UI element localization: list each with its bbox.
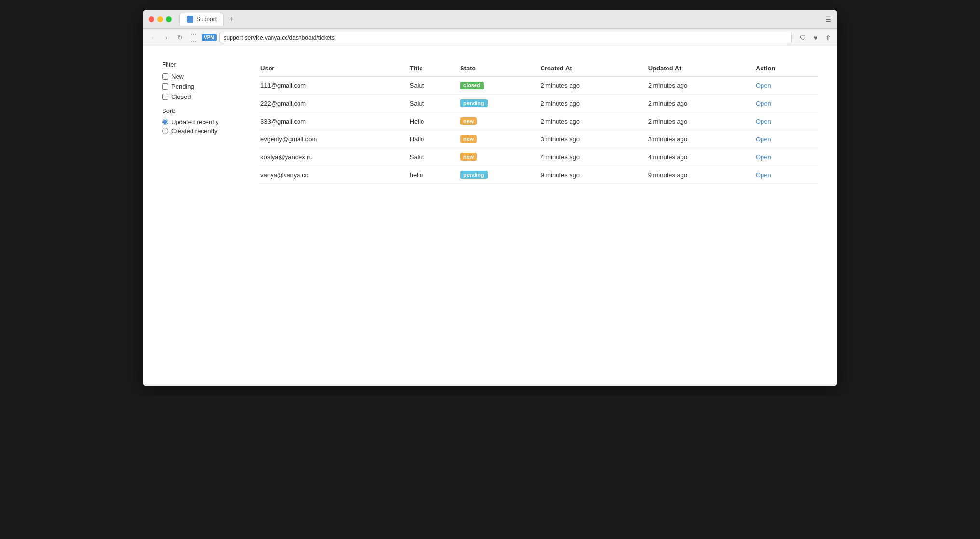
col-state: State [460, 61, 540, 76]
menu-icon[interactable]: ☰ [825, 15, 831, 23]
browser-window: Support + ☰ ‹ › ↻ ⋅⋅⋅⋅⋅⋅ VPN support-ser… [143, 10, 837, 386]
heart-icon: ♥ [811, 33, 820, 42]
cell-action: Open [756, 76, 818, 95]
filter-pending-label[interactable]: Pending [171, 83, 194, 90]
cell-action: Open [756, 166, 818, 184]
cell-action: Open [756, 148, 818, 166]
filter-new: New [162, 73, 259, 80]
cell-user: kostya@yandex.ru [259, 148, 410, 166]
cell-updated-at: 3 minutes ago [648, 130, 756, 148]
active-tab[interactable]: Support [179, 13, 224, 26]
cell-title: Salut [410, 148, 460, 166]
cell-created-at: 3 minutes ago [540, 130, 648, 148]
open-link[interactable]: Open [756, 82, 771, 89]
sort-updated-radio[interactable] [162, 119, 168, 125]
sort-label: Sort: [162, 107, 259, 114]
open-link[interactable]: Open [756, 153, 771, 161]
filter-closed: Closed [162, 93, 259, 100]
table-row: evgeniy@gmail.com Hallo new 3 minutes ag… [259, 130, 818, 148]
table-row: kostya@yandex.ru Salut new 4 minutes ago… [259, 148, 818, 166]
nav-bar: ‹ › ↻ ⋅⋅⋅⋅⋅⋅ VPN support-service.vanya.c… [143, 29, 837, 46]
title-bar: Support + ☰ [143, 10, 837, 29]
refresh-icon: ↻ [177, 34, 183, 41]
vpn-badge: VPN [202, 34, 217, 41]
cell-state: closed [460, 76, 540, 95]
cell-created-at: 2 minutes ago [540, 76, 648, 95]
cell-title: hello [410, 166, 460, 184]
back-button[interactable]: ‹ [148, 32, 158, 43]
cell-state: pending [460, 166, 540, 184]
table-container: User Title State Created At Updated At A… [259, 61, 818, 370]
tab-bar: Support + [179, 13, 821, 26]
filter-pending: Pending [162, 83, 259, 90]
sort-created-label[interactable]: Created recently [171, 127, 217, 135]
table-row: 333@gmail.com Hello new 2 minutes ago 2 … [259, 112, 818, 130]
open-link[interactable]: Open [756, 136, 771, 143]
cell-updated-at: 2 minutes ago [648, 95, 756, 112]
cell-created-at: 9 minutes ago [540, 166, 648, 184]
table-row: 222@gmail.com Salut pending 2 minutes ag… [259, 95, 818, 112]
cell-state: new [460, 112, 540, 130]
back-icon: ‹ [152, 34, 154, 41]
grid-icon: ⋅⋅⋅⋅⋅⋅ [191, 30, 196, 45]
open-link[interactable]: Open [756, 118, 771, 125]
new-tab-button[interactable]: + [226, 14, 237, 25]
cell-created-at: 4 minutes ago [540, 148, 648, 166]
cell-state: new [460, 148, 540, 166]
state-badge: new [460, 117, 477, 125]
forward-button[interactable]: › [161, 32, 172, 43]
cell-title: Hallo [410, 130, 460, 148]
cell-state: new [460, 130, 540, 148]
address-bar[interactable]: support-service.vanya.cc/dashboard/ticke… [219, 32, 792, 43]
minimize-button[interactable] [157, 16, 163, 22]
url-text: support-service.vanya.cc/dashboard/ticke… [224, 34, 335, 41]
share-icon[interactable]: ⇧ [824, 33, 832, 42]
col-created-at: Created At [540, 61, 648, 76]
grid-button[interactable]: ⋅⋅⋅⋅⋅⋅ [188, 32, 199, 43]
cell-action: Open [756, 112, 818, 130]
table-header-row: User Title State Created At Updated At A… [259, 61, 818, 76]
sort-updated-label[interactable]: Updated recently [171, 118, 218, 125]
open-link[interactable]: Open [756, 100, 771, 107]
sort-created: Created recently [162, 127, 259, 135]
col-user: User [259, 61, 410, 76]
cell-user: 333@gmail.com [259, 112, 410, 130]
filter-new-label[interactable]: New [171, 73, 184, 80]
refresh-button[interactable]: ↻ [175, 32, 185, 43]
filter-closed-checkbox[interactable] [162, 94, 168, 100]
forward-icon: › [165, 34, 167, 41]
cell-user: 222@gmail.com [259, 95, 410, 112]
state-badge: closed [460, 82, 484, 89]
traffic-lights [149, 16, 172, 22]
open-link[interactable]: Open [756, 171, 771, 179]
filter-new-checkbox[interactable] [162, 73, 168, 80]
maximize-button[interactable] [166, 16, 172, 22]
cell-updated-at: 2 minutes ago [648, 76, 756, 95]
table-row: vanya@vanya.cc hello pending 9 minutes a… [259, 166, 818, 184]
cell-action: Open [756, 130, 818, 148]
close-button[interactable] [149, 16, 154, 22]
col-updated-at: Updated At [648, 61, 756, 76]
shield-icon: 🛡 [799, 33, 807, 42]
col-action: Action [756, 61, 818, 76]
tab-title: Support [196, 16, 217, 23]
cell-action: Open [756, 95, 818, 112]
state-badge: pending [460, 99, 488, 107]
filter-closed-label[interactable]: Closed [171, 93, 191, 100]
state-badge: new [460, 153, 477, 161]
tickets-table: User Title State Created At Updated At A… [259, 61, 818, 184]
sort-updated: Updated recently [162, 118, 259, 125]
sort-created-radio[interactable] [162, 128, 168, 134]
filter-pending-checkbox[interactable] [162, 83, 168, 90]
cell-user: 111@gmail.com [259, 76, 410, 95]
table-row: 111@gmail.com Salut closed 2 minutes ago… [259, 76, 818, 95]
cell-user: evgeniy@gmail.com [259, 130, 410, 148]
cell-updated-at: 9 minutes ago [648, 166, 756, 184]
tab-favicon [187, 16, 193, 23]
cell-updated-at: 2 minutes ago [648, 112, 756, 130]
state-badge: new [460, 135, 477, 143]
page-content: Filter: New Pending Closed Sort: Updated… [143, 46, 837, 384]
toolbar-right: ☰ [825, 15, 831, 23]
cell-title: Salut [410, 95, 460, 112]
sidebar: Filter: New Pending Closed Sort: Updated… [162, 61, 259, 370]
